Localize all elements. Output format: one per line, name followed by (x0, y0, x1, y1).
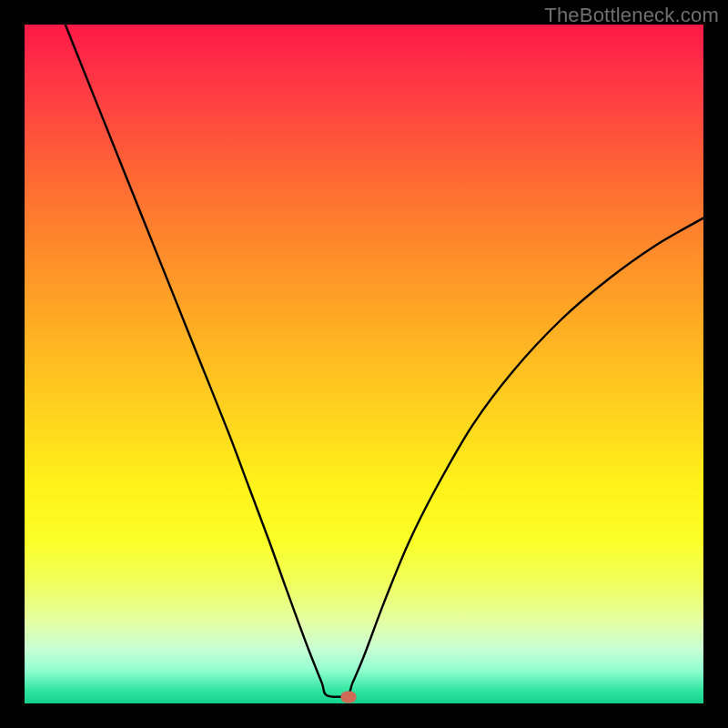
optimum-marker (340, 691, 356, 703)
bottleneck-curve (25, 25, 703, 703)
chart-frame: TheBottleneck.com (0, 0, 728, 728)
plot-area (25, 25, 703, 703)
